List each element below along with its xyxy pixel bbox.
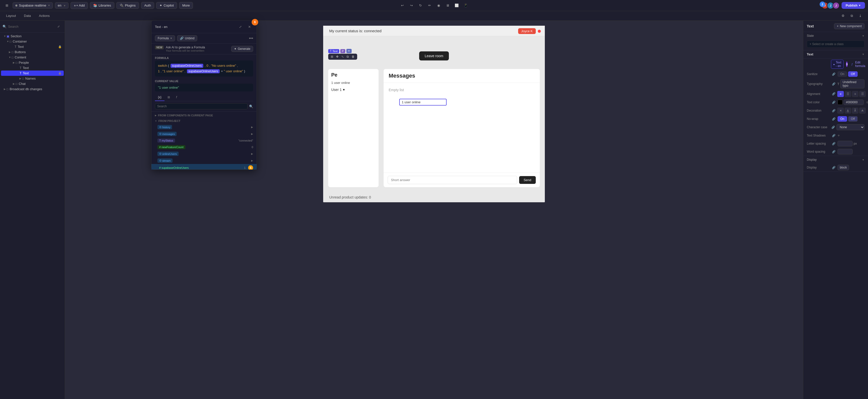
char-case-select[interactable]: None Uppercase Lowercase Capitalize <box>837 124 865 130</box>
actions-tab[interactable]: Actions <box>37 13 52 19</box>
tablet-icon[interactable]: ⬜ <box>453 2 460 9</box>
sanitize-off-button[interactable]: Off <box>848 71 858 77</box>
ft-resize-icon[interactable]: ⤡ <box>340 54 345 59</box>
align-left-button[interactable]: ≡ <box>837 91 844 97</box>
user-online-input[interactable] <box>399 99 446 105</box>
formula-link[interactable]: ● Text - en <box>831 60 843 69</box>
formula-tab[interactable]: Formula ▼ <box>155 35 175 41</box>
decoration-link-icon[interactable]: 🔗 <box>831 108 837 113</box>
align-right-button[interactable]: ≡ <box>852 91 859 97</box>
data-tab[interactable]: Data <box>22 13 33 19</box>
unbind-button[interactable]: 🔗 Unbind <box>177 35 197 41</box>
edit-formula-label[interactable]: Edit formula <box>855 61 867 68</box>
tree-item-text-selected[interactable]: T Text 🔒 <box>1 70 64 76</box>
tab-fx[interactable]: {x} <box>155 94 164 101</box>
typography-value[interactable]: Undefined typo <box>840 79 865 88</box>
letter-spacing-link-icon[interactable]: 🔗 <box>831 141 837 146</box>
tree-item-names[interactable]: ▶ □ Names <box>1 76 64 81</box>
ft-move-icon[interactable]: ✥ <box>335 54 340 59</box>
messages-expand-icon[interactable]: ▶ <box>251 132 253 135</box>
letter-spacing-input[interactable] <box>838 141 852 146</box>
settings-icon[interactable]: ⚙ <box>839 12 847 20</box>
typography-link-icon[interactable]: 🔗 <box>831 81 836 87</box>
grid-icon[interactable]: ⊞ <box>3 2 10 9</box>
align-justify-button[interactable]: ☰ <box>859 91 866 97</box>
tree-item-broadcast[interactable]: ▶ □ Broadcast db changes <box>1 86 64 92</box>
display-value[interactable]: block <box>838 165 849 170</box>
lang-badge[interactable]: en ▼ <box>55 2 68 8</box>
ft-layout-icon[interactable]: ⊞ <box>330 54 334 59</box>
tab-italic[interactable]: f <box>173 94 180 101</box>
libraries-button[interactable]: 📚 Libraries <box>90 2 114 9</box>
from-components-header[interactable]: ▶ FROM COMPONENTS IN CURRENT PAGE <box>151 113 257 118</box>
more-button[interactable]: More <box>179 2 193 9</box>
layout-tab[interactable]: Layout <box>4 13 18 19</box>
stream-expand-icon[interactable]: ▶ <box>251 159 253 162</box>
tree-item-content[interactable]: ▼ □ Content <box>1 55 64 60</box>
var-newFeatureCount[interactable]: # newFeatureCount 0 <box>151 144 257 150</box>
tree-item-text1[interactable]: T Text 🔒 <box>1 44 64 50</box>
char-case-link-icon[interactable]: 🔗 <box>831 124 836 130</box>
tab-table[interactable]: ⊞ <box>164 94 173 101</box>
text-color-copy-icon[interactable]: ⧉ <box>865 99 868 105</box>
tree-item-container[interactable]: ▼ □ Container <box>1 39 64 44</box>
deco-underline-button[interactable]: A <box>844 108 851 114</box>
no-wrap-on-button[interactable]: On <box>838 116 847 122</box>
new-component-button[interactable]: + New component <box>834 23 865 29</box>
leave-room-button[interactable]: Leave room <box>419 51 449 60</box>
history-expand-icon[interactable]: ▶ <box>251 126 253 128</box>
tree-item-section[interactable]: ▼ ▣ Section <box>1 33 64 39</box>
state-section-header[interactable]: State ▼ <box>803 32 868 39</box>
tree-item-buttons[interactable]: ▶ □ Buttons <box>1 50 64 55</box>
display-section-header[interactable]: Display ▼ <box>803 156 868 163</box>
redo-button[interactable]: ↪ <box>408 2 415 9</box>
eye-icon[interactable]: ◉ <box>435 2 442 9</box>
ft-copy-icon[interactable]: ⧉ <box>346 54 350 59</box>
mobile-icon[interactable]: 📱 <box>462 2 469 9</box>
add-class-row[interactable]: + Select or create a class <box>807 40 865 48</box>
generate-button[interactable]: ✦ Generate <box>231 46 253 52</box>
word-spacing-input[interactable] <box>838 149 852 154</box>
var-messages[interactable]: ⊙ messages ▶ <box>151 130 257 137</box>
tree-item-text2[interactable]: T Text <box>1 65 64 70</box>
collapse-icon[interactable]: ⤓ <box>857 12 864 20</box>
auth-button[interactable]: Auth <box>141 2 154 9</box>
edit-icon[interactable]: ✏ <box>426 2 433 9</box>
display-link-icon[interactable]: 🔗 <box>831 165 837 170</box>
from-project-header[interactable]: ▼ FROM PROJECT <box>151 118 257 124</box>
plugins-button[interactable]: 🔌 Plugins <box>116 2 139 9</box>
send-button[interactable]: Send <box>519 176 536 184</box>
text-section-header[interactable]: Text ▼ <box>803 50 868 58</box>
deco-strikethrough-button[interactable]: A <box>859 108 866 114</box>
deco-overline-button[interactable]: A <box>852 108 859 114</box>
tree-item-chat[interactable]: ▶ □ Chat <box>1 81 64 86</box>
modal-more-icon[interactable]: ••• <box>249 36 253 40</box>
copilot-button[interactable]: ✦ Copilot <box>156 2 177 9</box>
text-shadows-add-icon[interactable]: + <box>838 133 840 138</box>
publish-button[interactable]: Publish ▼ <box>842 2 865 9</box>
undo-button[interactable]: ↩ <box>399 2 406 9</box>
app-badge[interactable]: Supabase realtime ▼ <box>12 2 53 8</box>
word-spacing-link-icon[interactable]: 🔗 <box>831 149 837 154</box>
var-history[interactable]: ⊙ history ▶ <box>151 124 257 130</box>
alignment-link-icon[interactable]: 🔗 <box>831 91 837 96</box>
formula-icon[interactable]: ƒ <box>850 61 854 67</box>
text-shadows-link-icon[interactable]: 🔗 <box>831 133 837 138</box>
tree-item-people[interactable]: ▶ □ People <box>1 60 64 65</box>
no-wrap-link-icon[interactable]: 🔗 <box>831 116 837 122</box>
text-color-swatch[interactable] <box>838 100 842 105</box>
desktop-icon[interactable]: 🖥 <box>444 2 452 9</box>
copy-icon[interactable]: ⧉ <box>848 12 856 20</box>
align-center-button[interactable]: ☰ <box>844 91 851 97</box>
deco-none-button[interactable]: ✕ <box>837 108 844 114</box>
add-button[interactable]: + + Add <box>70 2 88 9</box>
short-answer-input[interactable] <box>388 176 517 184</box>
var-myStatus[interactable]: T myStatus "connected" <box>151 137 257 144</box>
sanitize-link-icon[interactable]: 🔗 <box>831 71 837 77</box>
onlineUsers-expand-icon[interactable]: ▶ <box>251 152 253 155</box>
refresh-button[interactable]: ↻ <box>416 2 424 9</box>
ft-delete-icon[interactable]: 🗑 <box>351 54 356 59</box>
text-color-link-icon[interactable]: 🔗 <box>831 99 837 105</box>
search-input[interactable] <box>8 25 53 28</box>
sanitize-on-button[interactable]: On <box>838 71 847 77</box>
